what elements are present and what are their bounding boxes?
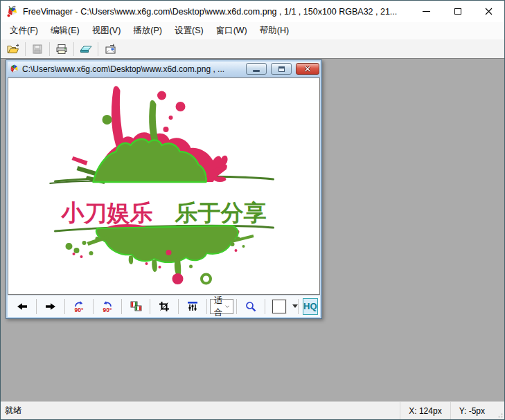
resize-grip-icon (496, 411, 503, 418)
open-button[interactable] (3, 41, 23, 57)
toolbar-separator (64, 299, 65, 314)
toolbar-separator (25, 42, 26, 56)
titlebar: FreeVimager - C:\Users\www.x6g.com\Deskt… (1, 1, 504, 22)
magnifier-button[interactable] (240, 298, 262, 316)
background-color-caret[interactable] (292, 304, 298, 308)
email-button[interactable] (100, 41, 120, 57)
image-toolbar: 90° 90° (8, 295, 320, 317)
save-button[interactable] (28, 41, 47, 57)
image-window-close-button[interactable] (296, 63, 319, 75)
freevimager-logo-icon (6, 6, 19, 18)
mdi-client-area: C:\Users\www.x6g.com\Desktop\www.x6d.com… (1, 58, 504, 401)
hq-toggle-button[interactable]: HQ (303, 298, 318, 315)
magnifier-icon (245, 301, 256, 312)
print-button[interactable] (52, 41, 71, 57)
maximize-button[interactable] (442, 1, 473, 22)
toolbar-separator (36, 299, 37, 314)
toolbar-separator (121, 299, 122, 314)
brand-text-green: 乐于分享 (175, 200, 267, 226)
window-controls (411, 1, 504, 22)
levels-button[interactable] (181, 298, 204, 316)
arrow-left-icon (17, 302, 28, 311)
toolbar-separator (73, 42, 74, 56)
rotate-cw-label: 90° (103, 307, 112, 313)
open-folder-icon (6, 44, 20, 55)
main-toolbar (1, 39, 504, 58)
rotate-cw-icon (102, 300, 113, 307)
zoom-mode-value: 适合 (214, 295, 225, 318)
image-window: C:\Users\www.x6g.com\Desktop\www.x6d.com… (6, 60, 322, 319)
statusbar: 就绪 X: 124px Y: -5px (1, 401, 504, 419)
image-window-minimize-button[interactable] (246, 63, 267, 75)
zoom-mode-select[interactable]: 适合 (210, 299, 233, 314)
background-color-swatch (272, 300, 286, 313)
toolbar-separator (206, 299, 207, 314)
background-color-button[interactable] (268, 298, 290, 316)
scanner-icon (79, 44, 93, 54)
previous-image-button[interactable] (11, 298, 33, 316)
image-window-icon (9, 64, 19, 74)
splash-image: 小刀娱乐 乐于分享 (8, 78, 319, 294)
toolbar-separator (298, 299, 299, 314)
close-icon (304, 66, 311, 72)
window-title: FreeVimager - C:\Users\www.x6g.com\Deskt… (23, 7, 411, 17)
close-icon (485, 8, 493, 15)
levels-icon (187, 301, 198, 311)
crop-icon (159, 301, 170, 312)
menu-settings[interactable]: 设置(S) (168, 23, 210, 39)
rotate-ccw-label: 90° (75, 307, 84, 313)
crop-button[interactable] (153, 298, 175, 316)
toolbar-separator (265, 299, 265, 314)
close-button[interactable] (473, 1, 504, 22)
save-floppy-icon (32, 44, 43, 55)
rotate-ccw-button[interactable]: 90° (68, 298, 90, 316)
minimize-icon (423, 11, 430, 12)
menu-play[interactable]: 播放(P) (127, 23, 168, 39)
color-adjust-icon (130, 301, 142, 311)
minimize-icon (253, 70, 260, 72)
toolbar-separator (178, 299, 179, 314)
restore-icon (278, 66, 285, 72)
image-canvas: 小刀娱乐 乐于分享 (8, 77, 320, 295)
status-text: 就绪 (1, 402, 400, 419)
toolbar-separator (93, 299, 94, 314)
menu-help[interactable]: 帮助(H) (254, 23, 295, 39)
toolbar-separator (98, 42, 98, 56)
cursor-y-cell: Y: -5px (450, 402, 493, 419)
rotate-ccw-icon (73, 300, 85, 307)
maximize-icon (454, 8, 461, 15)
menubar: 文件(F) 编辑(E) 视图(V) 播放(P) 设置(S) 窗口(W) 帮助(H… (1, 22, 504, 39)
brand-text-red: 小刀娱乐 (61, 200, 153, 226)
menu-window[interactable]: 窗口(W) (210, 23, 254, 39)
image-window-titlebar[interactable]: C:\Users\www.x6g.com\Desktop\www.x6d.com… (8, 62, 320, 77)
adjust-colors-button[interactable] (125, 298, 147, 316)
menu-edit[interactable]: 编辑(E) (44, 23, 86, 39)
rotate-cw-button[interactable]: 90° (96, 298, 118, 316)
arrow-right-icon (45, 302, 56, 311)
resize-grip[interactable] (493, 402, 504, 419)
toolbar-separator (236, 299, 237, 314)
email-icon (104, 44, 117, 55)
minimize-button[interactable] (411, 1, 442, 22)
app-window: FreeVimager - C:\Users\www.x6g.com\Deskt… (0, 0, 505, 420)
scan-button[interactable] (76, 41, 96, 57)
printer-icon (55, 44, 68, 55)
cursor-x-cell: X: 124px (400, 402, 450, 419)
chevron-down-icon (225, 304, 229, 309)
image-window-restore-button[interactable] (271, 63, 292, 75)
menu-view[interactable]: 视图(V) (86, 23, 127, 39)
toolbar-separator (150, 299, 150, 314)
next-image-button[interactable] (39, 298, 62, 316)
toolbar-separator (49, 42, 50, 56)
image-window-title: C:\Users\www.x6g.com\Desktop\www.x6d.com… (22, 64, 242, 74)
hq-label: HQ (303, 301, 317, 311)
menu-file[interactable]: 文件(F) (3, 23, 44, 39)
